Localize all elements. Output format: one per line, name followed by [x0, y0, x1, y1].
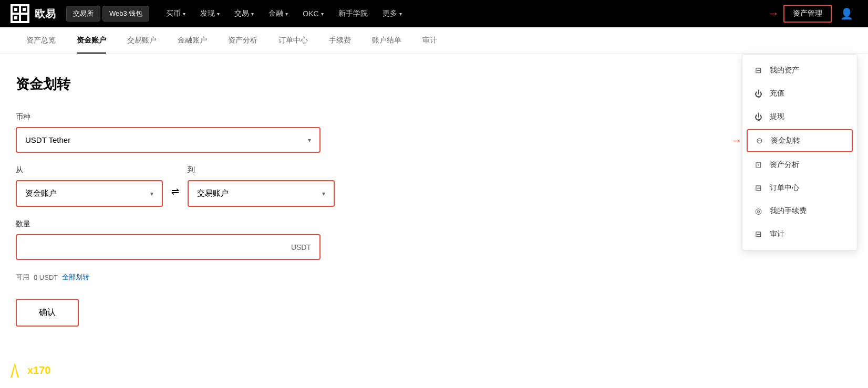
exchange-tab[interactable]: 交易所	[66, 6, 100, 22]
nav-okc[interactable]: OKC ▾	[296, 5, 329, 22]
dropdown-withdraw[interactable]: ⏻ 提现	[742, 105, 857, 128]
wallet-icon: ⊟	[753, 65, 763, 76]
dropdown-recharge-label: 充值	[770, 89, 784, 98]
chevron-down-icon: ▾	[150, 190, 153, 197]
chevron-down-icon: ▾	[322, 190, 325, 197]
chevron-down-icon: ▾	[183, 11, 185, 17]
nav-right: → 资产管理 👤	[768, 5, 857, 23]
dropdown-orders-label: 订单中心	[770, 183, 799, 193]
dropdown-recharge[interactable]: ⏻ 充值	[742, 82, 857, 105]
fx170-logo-icon	[11, 363, 25, 377]
from-account-value: 资金账户	[25, 188, 57, 198]
subnav-trading-account[interactable]: 交易账户	[117, 27, 167, 54]
subnav-order-center[interactable]: 订单中心	[268, 27, 318, 54]
watermark-text: x170	[27, 364, 51, 376]
withdraw-icon: ⏻	[753, 111, 763, 122]
dropdown-withdraw-label: 提现	[770, 112, 784, 121]
chevron-down-icon: ▾	[308, 137, 311, 144]
available-row: 可用 0 USDT 全部划转	[16, 272, 415, 282]
subnav-account-statement[interactable]: 账户结单	[361, 27, 412, 54]
dropdown-arrow-icon: →	[731, 134, 742, 148]
watermark: x170	[11, 363, 51, 377]
to-label: 到	[188, 165, 335, 175]
dropdown-transfer[interactable]: → ⊖ 资金划转	[747, 129, 853, 152]
logo-text: 欧易	[35, 7, 56, 21]
confirm-button[interactable]: 确认	[16, 299, 79, 327]
available-amount: 0 USDT	[34, 274, 58, 281]
amount-group: 数量 USDT	[16, 219, 415, 260]
svg-rect-6	[23, 8, 26, 11]
fee-icon: ◎	[753, 206, 763, 216]
nav-items: 买币 ▾ 发现 ▾ 交易 ▾ 金融 ▾ OKC ▾ 新手学院 更多 ▾	[160, 5, 768, 23]
dropdown-my-fees[interactable]: ◎ 我的手续费	[742, 200, 857, 223]
subnav-fees[interactable]: 手续费	[318, 27, 361, 54]
subnav-asset-analysis[interactable]: 资产分析	[218, 27, 268, 54]
from-group: 从 资金账户 ▾	[16, 165, 163, 207]
from-account-select[interactable]: 资金账户 ▾	[16, 180, 163, 207]
dropdown-my-assets-label: 我的资产	[770, 66, 799, 75]
chevron-down-icon: ▾	[285, 11, 288, 17]
dropdown-asset-analysis[interactable]: ⊡ 资产分析	[742, 153, 857, 176]
asset-management-button[interactable]: 资产管理	[783, 5, 832, 23]
page-title: 资金划转	[16, 75, 415, 93]
analysis-icon: ⊡	[753, 160, 763, 170]
amount-input-wrapper: USDT	[16, 234, 321, 260]
nav-more[interactable]: 更多 ▾	[376, 5, 408, 23]
transfer-all-link[interactable]: 全部划转	[62, 272, 89, 282]
chevron-down-icon: ▾	[321, 11, 324, 17]
dropdown-analysis-label: 资产分析	[770, 160, 799, 170]
audit-icon: ⊟	[753, 229, 763, 239]
chevron-down-icon: ▾	[399, 11, 402, 17]
dropdown-fees-label: 我的手续费	[770, 206, 807, 216]
nav-buy[interactable]: 买币 ▾	[160, 5, 192, 23]
to-account-select[interactable]: 交易账户 ▾	[188, 180, 335, 207]
dropdown-my-assets[interactable]: ⊟ 我的资产	[742, 59, 857, 82]
amount-input[interactable]	[25, 243, 291, 251]
chevron-down-icon: ▾	[217, 11, 220, 17]
subnav-audit[interactable]: 审计	[412, 27, 448, 54]
svg-rect-7	[14, 16, 17, 19]
subnav-financial-account[interactable]: 金融账户	[167, 27, 218, 54]
main-content: 资金划转 币种 USDT Tether ▾ 从 资金账户 ▾ ⇌ 到	[0, 54, 868, 348]
swap-arrows-icon[interactable]: ⇌	[171, 186, 179, 197]
arrow-indicator: →	[768, 7, 779, 20]
currency-select[interactable]: USDT Tether ▾	[16, 127, 321, 153]
to-group: 到 交易账户 ▾	[188, 165, 335, 207]
from-label: 从	[16, 165, 163, 175]
web3-tab[interactable]: Web3 钱包	[102, 6, 149, 22]
amount-label: 数量	[16, 219, 415, 229]
nav-trade[interactable]: 交易 ▾	[228, 5, 260, 23]
chevron-down-icon: ▾	[251, 11, 254, 17]
sub-navigation: 资产总览 资金账户 交易账户 金融账户 资产分析 订单中心 手续费 账户结单 审…	[0, 27, 868, 54]
asset-dropdown-menu: ⊟ 我的资产 ⏻ 充值 ⏻ 提现 → ⊖ 资金划转 ⊡ 资产分析 ⊟ 订单中心 …	[742, 54, 857, 250]
dropdown-audit[interactable]: ⊟ 审计	[742, 223, 857, 246]
logo[interactable]: 欧易	[11, 4, 56, 23]
nav-learn[interactable]: 新手学院	[332, 5, 374, 23]
dropdown-order-center[interactable]: ⊟ 订单中心	[742, 176, 857, 200]
transfer-icon: ⊖	[754, 135, 764, 146]
svg-rect-4	[21, 15, 27, 21]
orders-icon: ⊟	[753, 183, 763, 193]
logo-icon	[11, 4, 29, 23]
currency-group: 币种 USDT Tether ▾	[16, 112, 415, 153]
dropdown-transfer-label: 资金划转	[771, 136, 800, 145]
subnav-asset-overview[interactable]: 资产总览	[16, 27, 66, 54]
dropdown-audit-label: 审计	[770, 229, 784, 239]
user-icon[interactable]: 👤	[836, 5, 857, 22]
recharge-icon: ⏻	[753, 88, 763, 99]
nav-finance[interactable]: 金融 ▾	[262, 5, 294, 23]
svg-marker-8	[11, 363, 19, 377]
subnav-funding-account[interactable]: 资金账户	[66, 27, 117, 54]
available-label: 可用	[16, 272, 29, 282]
transfer-form: 资金划转 币种 USDT Tether ▾ 从 资金账户 ▾ ⇌ 到	[16, 75, 415, 327]
top-navigation: 欧易 交易所 Web3 钱包 买币 ▾ 发现 ▾ 交易 ▾ 金融 ▾ OKC ▾…	[0, 0, 868, 27]
svg-rect-5	[14, 8, 17, 11]
amount-unit: USDT	[291, 243, 311, 251]
currency-value: USDT Tether	[25, 135, 70, 144]
currency-label: 币种	[16, 112, 415, 122]
to-account-value: 交易账户	[197, 188, 229, 198]
transfer-direction-row: 从 资金账户 ▾ ⇌ 到 交易账户 ▾	[16, 165, 415, 207]
nav-discover[interactable]: 发现 ▾	[194, 5, 226, 23]
